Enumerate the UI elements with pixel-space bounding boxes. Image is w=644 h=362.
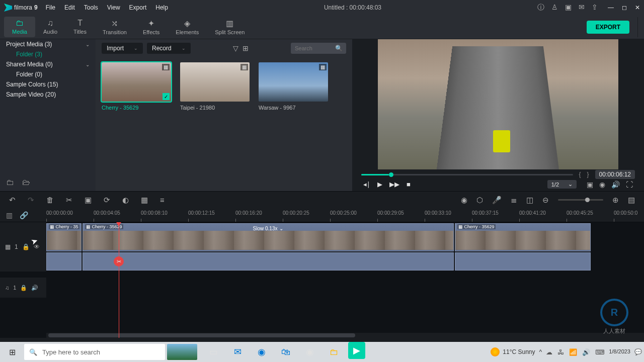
remove-folder-icon[interactable]: 🗁 <box>22 178 30 187</box>
ruler-tick[interactable]: 00:00:20:25 <box>283 208 330 222</box>
grid-view-icon[interactable]: ⊞ <box>243 44 249 52</box>
settings-icon[interactable]: ▤ <box>628 196 635 205</box>
sidebar-item[interactable]: Project Media (3)⌄ <box>0 39 96 49</box>
timeline-zoom-slider[interactable] <box>558 199 603 201</box>
tray-chevron-icon[interactable]: ^ <box>539 348 542 355</box>
play-icon[interactable]: ▶ <box>377 180 382 188</box>
sidebar-item[interactable]: Sample Colors (15) <box>0 79 96 89</box>
zoom-out-icon[interactable]: ⊖ <box>542 196 549 205</box>
search-input[interactable] <box>295 45 332 51</box>
mail-app-icon[interactable]: ✉ <box>227 342 248 362</box>
onedrive-icon[interactable]: ☁ <box>546 348 552 356</box>
delete-icon[interactable]: 🗑 <box>46 196 54 204</box>
network-icon[interactable]: 🖧 <box>557 348 564 356</box>
mic-icon[interactable]: ⇪ <box>592 3 598 12</box>
store-icon[interactable]: 🛍 <box>276 342 296 362</box>
ruler-tick[interactable]: 00:00:33:10 <box>425 208 472 222</box>
tab-split-screen[interactable]: ▥Split Screen <box>207 17 253 37</box>
filter-icon[interactable]: ▽ <box>233 44 238 52</box>
tab-effects[interactable]: ✦Effects <box>135 17 168 37</box>
task-view-icon[interactable]: ▭ <box>203 342 223 362</box>
export-button[interactable]: EXPORT <box>587 21 629 34</box>
preview-progress[interactable] <box>361 174 573 175</box>
weather-widget[interactable]: 11°C Sunny <box>491 347 535 356</box>
adjust-icon[interactable]: ≡ <box>160 196 165 204</box>
menu-file[interactable]: File <box>46 4 55 11</box>
tab-transition[interactable]: ⤭Transition <box>95 17 135 37</box>
ruler-tick[interactable]: 00:00:29:05 <box>377 208 425 222</box>
crop-icon[interactable]: ▣ <box>85 196 92 205</box>
lock-icon[interactable]: 🔒 <box>20 285 27 291</box>
volume-icon[interactable]: 🔊 <box>611 180 620 189</box>
minimize-icon[interactable]: — <box>608 4 614 11</box>
edge-icon[interactable]: ◉ <box>252 342 272 362</box>
close-icon[interactable]: ✕ <box>635 4 640 11</box>
timeline-audio-clip[interactable] <box>455 252 591 270</box>
menu-edit[interactable]: Edit <box>64 4 75 11</box>
search-icon[interactable]: 🔍 <box>335 45 343 52</box>
timeline-clip[interactable]: ▦ Cherry - 35629 <box>455 223 591 251</box>
cut-icon[interactable]: ✂ <box>66 196 72 205</box>
mixer-icon[interactable]: ≣ <box>511 196 517 205</box>
chrome-icon[interactable]: ◉ <box>300 342 320 362</box>
info-icon[interactable]: ⓘ <box>537 3 544 12</box>
tab-media[interactable]: 🗀Media <box>4 17 35 37</box>
ruler-tick[interactable]: 00:00:45:25 <box>567 208 614 222</box>
maximize-icon[interactable]: ◻ <box>622 4 627 11</box>
fit-icon[interactable]: ◫ <box>526 196 533 205</box>
ruler-tick[interactable]: 00:00:41:20 <box>519 208 567 222</box>
speaker-icon[interactable]: 🔊 <box>31 285 38 291</box>
timeline-clip[interactable]: ▦ Cherry - 35 <box>46 223 82 251</box>
link-icon[interactable]: 🔗 <box>20 211 28 219</box>
ruler-tick[interactable]: 00:00:08:10 <box>141 208 188 222</box>
compare-icon[interactable]: ▣ <box>587 180 593 189</box>
scissor-icon[interactable]: ✂ <box>114 256 124 266</box>
next-frame-icon[interactable]: ▶▶ <box>389 180 399 188</box>
ruler-tick[interactable]: 00:00:00:00 <box>46 208 94 222</box>
tab-elements[interactable]: ◈Elements <box>168 17 207 37</box>
timeline-audio-clip[interactable] <box>83 252 454 270</box>
ruler-tick[interactable]: 00:00:37:15 <box>472 208 519 222</box>
filmora-icon[interactable]: ▶ <box>348 342 365 359</box>
prev-frame-icon[interactable]: ◂∣ <box>363 180 370 188</box>
menu-export[interactable]: Export <box>129 4 147 11</box>
sidebar-item[interactable]: Sample Video (20) <box>0 89 96 100</box>
import-dropdown[interactable]: Import⌄ <box>102 43 143 54</box>
media-thumbnail[interactable]: ▦Warsaw - 9967 <box>259 62 328 111</box>
tab-audio[interactable]: ♫Audio <box>35 17 65 37</box>
ruler-tick[interactable]: 00:00:50:0 <box>614 208 644 222</box>
track-manager-icon[interactable]: ▥ <box>6 211 13 219</box>
language-icon[interactable]: ⌨ <box>595 348 605 356</box>
mail-icon[interactable]: ✉ <box>579 3 585 12</box>
notification-icon[interactable]: 💬 <box>634 348 642 355</box>
zoom-in-icon[interactable]: ⊕ <box>612 196 619 205</box>
sidebar-item[interactable]: Shared Media (0)⌄ <box>0 59 96 69</box>
windows-start-icon[interactable]: ⊞ <box>2 342 22 362</box>
redo-icon[interactable]: ↷ <box>28 196 34 205</box>
stop-icon[interactable]: ■ <box>407 180 411 188</box>
sidebar-item[interactable]: Folder (3) <box>0 49 96 59</box>
taskbar-search-input[interactable]: 🔍 Type here to search <box>24 344 165 360</box>
menu-help[interactable]: Help <box>155 4 168 11</box>
timeline-clip[interactable]: ▦ Cherry - 35629Slow 0.13x ⌄ <box>83 223 454 251</box>
undo-icon[interactable]: ↶ <box>9 196 16 205</box>
ruler-tick[interactable]: 00:00:16:20 <box>235 208 283 222</box>
notify-icon[interactable]: ▣ <box>565 3 572 12</box>
voiceover-icon[interactable]: 🎤 <box>492 196 502 205</box>
timeline-audio-clip[interactable] <box>46 252 82 270</box>
wifi-icon[interactable]: 📶 <box>569 348 577 356</box>
color-icon[interactable]: ◐ <box>122 196 129 205</box>
mark-in-icon[interactable]: { <box>579 171 581 178</box>
ruler-tick[interactable]: 00:00:25:00 <box>330 208 377 222</box>
record-dropdown[interactable]: Record⌄ <box>147 43 191 54</box>
fullscreen-icon[interactable]: ⛶ <box>626 180 633 189</box>
marker-icon[interactable]: ⬡ <box>476 196 483 205</box>
ruler-tick[interactable]: 00:00:04:05 <box>94 208 141 222</box>
render-icon[interactable]: ◉ <box>461 196 467 205</box>
menu-view[interactable]: View <box>107 4 120 11</box>
taskbar-clock[interactable]: 1/8/2023 <box>609 348 630 355</box>
sidebar-item[interactable]: Folder (0) <box>0 69 96 79</box>
explorer-icon[interactable]: 🗀 <box>324 342 344 362</box>
preview-monitor[interactable] <box>378 39 618 169</box>
media-thumbnail[interactable]: ▦Taipei - 21980 <box>180 62 250 111</box>
